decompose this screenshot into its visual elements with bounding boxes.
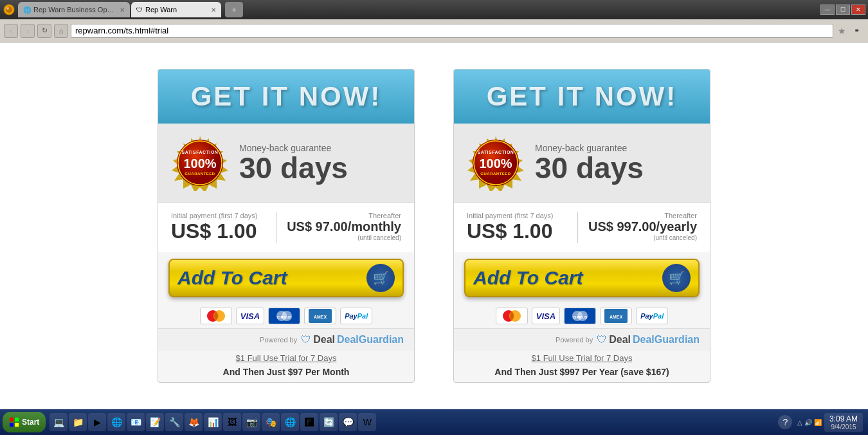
bookmark-star[interactable]: ★ [836,25,847,37]
dg-shield-icon-yearly: 🛡 [597,334,607,346]
guarantee-section-yearly: SATISFACTION 100% GUARANTEED Money-back … [454,124,710,202]
card-header-yearly: GET IT NOW! [454,69,710,124]
cirrus-icon-monthly: CIRRUS [268,308,300,324]
browser-content: GET IT NOW! [0,42,868,409]
cirrus-icon-yearly: CIRRUS [564,308,596,324]
forward-button[interactable]: › [21,24,35,38]
visa-icon-monthly: VISA [236,308,264,324]
powered-by-monthly: Powered by [260,336,297,344]
deal-guardian-logo-monthly: 🛡 DealDealGuardian [301,334,404,346]
add-to-cart-text-yearly: Add To Cart [473,267,583,289]
home-button[interactable]: ⌂ [54,24,68,38]
svg-rect-33 [10,423,14,427]
deal-guardian-footer-monthly: Powered by 🛡 DealDealGuardian [158,328,414,351]
system-tray: △ 🔊 📶 3:09 AM 9/4/2015 [797,413,863,432]
dg-deal-text-monthly: Deal [313,334,335,346]
help-button[interactable]: ? [778,415,792,429]
taskbar-item-12[interactable]: 🎭 [262,413,280,431]
thereafter-note-yearly: (until canceled) [653,234,697,241]
initial-amount-monthly: US$ 1.00 [171,219,257,243]
price-initial-yearly: Initial payment (first 7 days) US$ 1.00 [467,212,578,243]
refresh-button[interactable]: ↻ [37,24,51,38]
start-button[interactable]: Start [3,412,46,432]
savings-text-yearly: And Then Just $997 Per Year (save $167) [494,366,669,382]
thereafter-note-monthly: (until canceled) [357,234,401,241]
payment-icons-yearly: VISA CIRRUS AMEX PayPal [496,308,668,324]
guarantee-days-yearly: 30 days [535,153,644,183]
address-bar: ‹ › ↻ ⌂ repwarn.com/ts.html#trial ★ ≡ [0,19,868,42]
taskbar-item-5[interactable]: 📧 [127,413,145,431]
initial-label-yearly: Initial payment (first 7 days) [467,212,554,219]
taskbar-item-8[interactable]: 🦊 [185,413,203,431]
url-bar[interactable]: repwarn.com/ts.html#trial [71,24,833,38]
dg-shield-icon-monthly: 🛡 [301,334,311,346]
pricing-section-monthly: Initial payment (first 7 days) US$ 1.00 … [158,202,414,252]
svg-text:GUARANTEED: GUARANTEED [480,172,511,176]
taskbar-item-1[interactable]: 💻 [50,413,68,431]
close-button[interactable]: ✕ [851,5,865,15]
taskbar-item-17[interactable]: W [358,413,376,431]
add-to-cart-text-monthly: Add To Cart [177,267,287,289]
amex-icon-monthly: AMEX [304,308,336,324]
amex-icon-yearly: AMEX [600,308,632,324]
taskbar-item-15[interactable]: 🔄 [320,413,338,431]
title-bar: 🌐 Rep Warn Business Oppo... ✕ 🛡 Rep Warn… [0,0,868,19]
svg-rect-34 [15,423,19,427]
taskbar-item-11[interactable]: 📷 [242,413,260,431]
card-header-text-monthly: GET IT NOW! [158,81,414,112]
initial-label-monthly: Initial payment (first 7 days) [171,212,258,219]
title-bar-left [3,3,15,16]
new-tab-btn[interactable]: + [225,2,243,17]
svg-rect-31 [10,418,14,421]
svg-text:CIRRUS: CIRRUS [573,315,588,319]
tray-icons: △ 🔊 📶 [797,419,822,426]
thereafter-amount-yearly: US$ 997.00/yearly [588,219,697,234]
taskbar-item-7[interactable]: 🔧 [165,413,183,431]
tabs-area: 🌐 Rep Warn Business Oppo... ✕ 🛡 Rep Warn… [15,2,820,17]
maximize-button[interactable]: ☐ [836,5,850,15]
tab-1[interactable]: 🌐 Rep Warn Business Oppo... ✕ [18,2,130,17]
svg-text:100%: 100% [183,156,216,171]
tab-1-close[interactable]: ✕ [120,6,125,14]
minimize-button[interactable]: — [820,5,835,15]
tab-2[interactable]: 🛡 Rep Warn ✕ [131,2,221,17]
taskbar-item-6[interactable]: 📝 [146,413,164,431]
taskbar-item-16[interactable]: 💬 [339,413,357,431]
taskbar: Start 💻 📁 ▶ 🌐 📧 📝 🔧 🦊 📊 🖼 📷 🎭 🌐 🅿 🔄 💬 W … [0,409,868,435]
pricing-card-yearly: GET IT NOW! SATISFACTION [453,69,710,383]
taskbar-items: 💻 📁 ▶ 🌐 📧 📝 🔧 🦊 📊 🖼 📷 🎭 🌐 🅿 🔄 💬 W [50,413,777,431]
taskbar-item-4[interactable]: 🌐 [107,413,125,431]
pricing-section-yearly: Initial payment (first 7 days) US$ 1.00 … [454,202,710,252]
svg-text:AMEX: AMEX [314,315,327,319]
taskbar-item-3[interactable]: ▶ [88,413,106,431]
visa-icon-yearly: VISA [532,308,560,324]
guarantee-text-yearly: Money-back guarantee 30 days [535,143,644,183]
taskbar-item-13[interactable]: 🌐 [281,413,299,431]
browser-menu-button[interactable]: ≡ [850,24,864,38]
cart-icon-yearly: 🛒 [662,264,691,292]
browser-icon [3,3,15,16]
taskbar-item-14[interactable]: 🅿 [300,413,318,431]
back-button[interactable]: ‹ [4,24,18,38]
cart-icon-monthly: 🛒 [366,264,395,292]
tray-clock[interactable]: 3:09 AM 9/4/2015 [824,413,863,432]
price-initial-monthly: Initial payment (first 7 days) US$ 1.00 [171,212,276,243]
tab-2-close[interactable]: ✕ [211,6,216,14]
payment-icons-monthly: VISA CIRRUS AMEX PayPal [200,308,372,324]
paypal-icon-yearly: PayPal [636,308,668,324]
mastercard-icon-monthly [200,308,232,324]
initial-amount-yearly: US$ 1.00 [467,219,552,243]
taskbar-item-2[interactable]: 📁 [69,413,87,431]
trial-text-yearly: $1 Full Use Trial for 7 Days [532,351,633,366]
satisfaction-badge-monthly: SATISFACTION 100% GUARANTEED [171,134,229,192]
price-thereafter-monthly: Thereafter US$ 97.00/monthly (until canc… [276,212,401,243]
powered-by-yearly: Powered by [556,336,593,344]
add-to-cart-monthly[interactable]: Add To Cart 🛒 [168,259,404,297]
svg-text:AMEX: AMEX [610,315,623,319]
window-controls: — ☐ ✕ [820,5,865,15]
add-to-cart-yearly[interactable]: Add To Cart 🛒 [464,259,700,297]
trial-text-monthly: $1 Full Use Trial for 7 Days [236,351,337,366]
taskbar-item-9[interactable]: 📊 [204,413,222,431]
svg-text:CIRRUS: CIRRUS [277,315,292,319]
taskbar-item-10[interactable]: 🖼 [223,413,241,431]
